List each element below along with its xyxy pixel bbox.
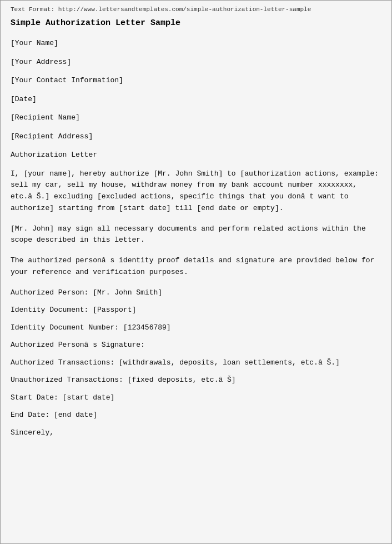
- start-date-line: Start Date: [start date]: [11, 392, 381, 403]
- your-address-field: [Your Address]: [11, 57, 381, 68]
- recipient-name-field: [Recipient Name]: [11, 112, 381, 123]
- subject-line: Authorization Letter: [11, 149, 381, 161]
- authorized-transactions-line: Authorized Transactions: [withdrawals, d…: [11, 357, 381, 368]
- page-title: Simple Authorization Letter Sample: [11, 18, 381, 28]
- recipient-address-field: [Recipient Address]: [11, 131, 381, 142]
- date-field: [Date]: [11, 94, 381, 105]
- letter-body: [Your Name] [Your Address] [Your Contact…: [11, 38, 381, 438]
- closing-line: Sincerely,: [11, 427, 381, 438]
- authorized-signature-line: Authorized Personâ s Signature:: [11, 340, 381, 351]
- paragraph-2: [Mr. John] may sign all necessary docume…: [11, 223, 381, 247]
- paragraph-3: The authorized personâ s identity proof …: [11, 255, 381, 278]
- end-date-line: End Date: [end date]: [11, 410, 381, 421]
- your-name-field: [Your Name]: [11, 38, 381, 49]
- url-bar: Text Format: http://www.lettersandtempla…: [11, 6, 381, 13]
- identity-number-line: Identity Document Number: [123456789]: [11, 322, 381, 333]
- unauthorized-transactions-line: Unauthorized Transactions: [fixed deposi…: [11, 375, 381, 386]
- identity-document-line: Identity Document: [Passport]: [11, 305, 381, 316]
- your-contact-field: [Your Contact Information]: [11, 75, 381, 86]
- paragraph-1: I, [your name], hereby authorize [Mr. Jo…: [11, 168, 381, 214]
- page-container: Text Format: http://www.lettersandtempla…: [0, 0, 392, 544]
- authorized-person-line: Authorized Person: [Mr. John Smith]: [11, 287, 381, 298]
